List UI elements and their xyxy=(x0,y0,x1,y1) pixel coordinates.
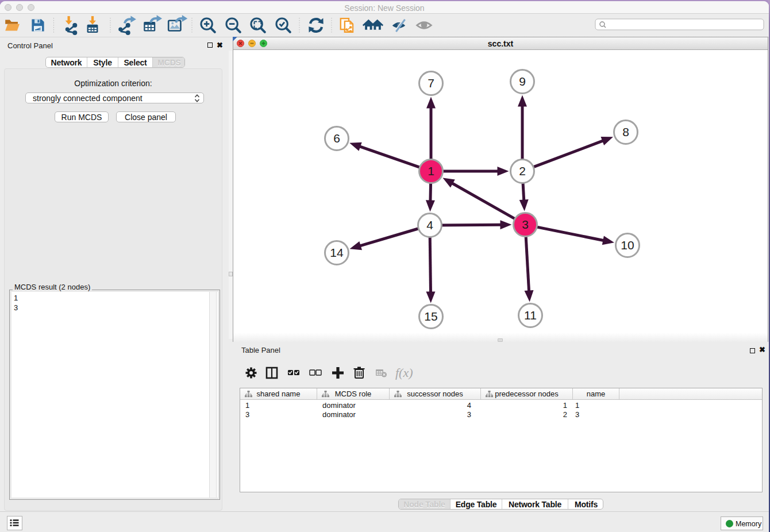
svg-text:14: 14 xyxy=(330,246,344,259)
svg-text:9: 9 xyxy=(519,75,526,88)
svg-text:15: 15 xyxy=(424,310,437,323)
svg-text:3: 3 xyxy=(522,218,529,231)
svg-text:10: 10 xyxy=(621,238,634,252)
svg-text:4: 4 xyxy=(426,218,433,232)
svg-text:f(x): f(x) xyxy=(395,365,413,380)
svg-text:11: 11 xyxy=(524,309,537,322)
svg-text:1: 1 xyxy=(428,164,434,178)
svg-text:6: 6 xyxy=(333,132,340,145)
svg-text:2: 2 xyxy=(519,164,526,178)
svg-text:8: 8 xyxy=(622,125,629,138)
svg-text:7: 7 xyxy=(428,76,434,90)
